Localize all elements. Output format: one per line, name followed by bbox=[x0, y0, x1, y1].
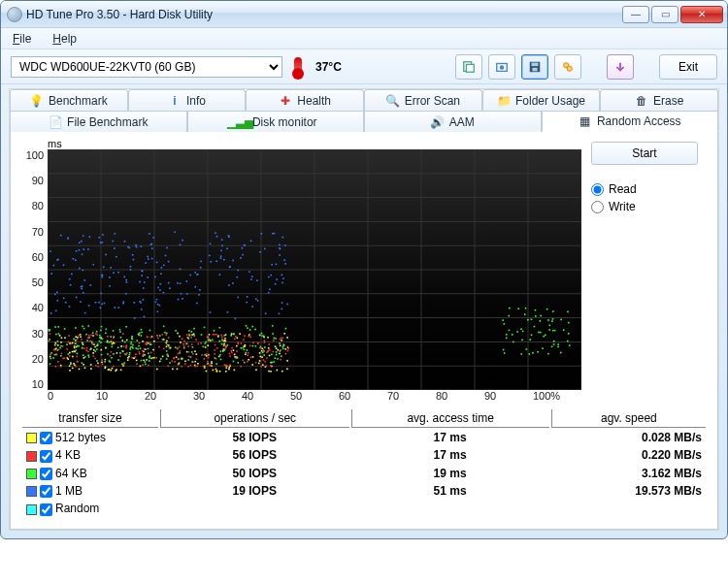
svg-rect-567 bbox=[130, 346, 132, 348]
table-row: 512 bytes 58 IOPS 17 ms 0.028 MB/s bbox=[22, 430, 706, 445]
svg-rect-922 bbox=[100, 242, 102, 243]
screenshot-button[interactable] bbox=[488, 54, 515, 80]
svg-rect-587 bbox=[188, 330, 190, 332]
svg-rect-633 bbox=[59, 347, 61, 349]
tab-randomaccess[interactable]: ▦Random Access bbox=[542, 111, 719, 132]
svg-rect-536 bbox=[201, 334, 203, 336]
svg-rect-741 bbox=[547, 319, 549, 321]
svg-rect-834 bbox=[242, 254, 244, 256]
svg-rect-382 bbox=[267, 350, 269, 352]
svg-rect-618 bbox=[163, 339, 165, 341]
svg-rect-689 bbox=[237, 362, 239, 364]
svg-rect-676 bbox=[263, 335, 265, 337]
tab-info[interactable]: iInfo bbox=[128, 89, 247, 111]
titlebar: HD Tune Pro 3.50 - Hard Disk Utility — ▭… bbox=[1, 1, 727, 28]
svg-rect-678 bbox=[57, 349, 59, 351]
svg-rect-155 bbox=[110, 370, 112, 372]
tab-diskmonitor[interactable]: ▁▃▅Disk monitor bbox=[187, 111, 365, 132]
svg-rect-277 bbox=[194, 366, 196, 368]
tab-folderusage[interactable]: 📁Folder Usage bbox=[482, 89, 601, 111]
svg-rect-49 bbox=[186, 351, 188, 353]
svg-rect-406 bbox=[196, 366, 198, 368]
svg-rect-320 bbox=[168, 337, 170, 339]
svg-rect-229 bbox=[286, 360, 288, 362]
row-checkbox[interactable] bbox=[40, 485, 52, 498]
svg-rect-361 bbox=[262, 349, 264, 351]
tab-aam[interactable]: 🔊AAM bbox=[364, 111, 542, 132]
svg-rect-37 bbox=[237, 337, 239, 339]
svg-rect-596 bbox=[261, 333, 263, 335]
svg-rect-130 bbox=[57, 344, 59, 346]
tab-benchmark[interactable]: 💡Benchmark bbox=[10, 89, 128, 111]
svg-rect-178 bbox=[194, 350, 196, 352]
svg-rect-145 bbox=[184, 360, 186, 362]
svg-rect-606 bbox=[109, 361, 111, 363]
write-radio[interactable]: Write bbox=[591, 200, 708, 213]
svg-rect-342 bbox=[248, 336, 249, 338]
start-button[interactable]: Start bbox=[591, 142, 698, 165]
svg-rect-632 bbox=[110, 336, 112, 338]
exit-button[interactable]: Exit bbox=[659, 54, 717, 80]
svg-rect-490 bbox=[102, 339, 104, 341]
svg-rect-608 bbox=[247, 349, 248, 351]
svg-rect-971 bbox=[102, 275, 104, 276]
svg-rect-669 bbox=[193, 335, 195, 337]
menu-help[interactable]: Help bbox=[49, 30, 81, 48]
svg-rect-762 bbox=[125, 293, 127, 295]
svg-rect-882 bbox=[276, 264, 278, 266]
svg-rect-519 bbox=[58, 333, 60, 335]
svg-rect-359 bbox=[187, 366, 189, 368]
svg-rect-704 bbox=[509, 330, 511, 332]
svg-rect-839 bbox=[69, 306, 71, 308]
row-checkbox[interactable] bbox=[40, 432, 52, 444]
svg-rect-663 bbox=[86, 340, 88, 341]
down-button[interactable] bbox=[607, 54, 634, 80]
row-checkbox[interactable] bbox=[40, 503, 52, 516]
svg-rect-954 bbox=[98, 302, 100, 304]
svg-rect-379 bbox=[56, 354, 58, 356]
svg-rect-484 bbox=[77, 353, 79, 355]
row-checkbox[interactable] bbox=[40, 450, 52, 463]
drive-select[interactable]: WDC WD600UE-22KVT0 (60 GB) bbox=[11, 56, 282, 78]
svg-rect-827 bbox=[99, 307, 101, 308]
svg-rect-838 bbox=[215, 260, 217, 262]
svg-rect-966 bbox=[251, 276, 253, 277]
color-swatch bbox=[26, 451, 37, 462]
copy-info-button[interactable] bbox=[455, 54, 482, 80]
svg-rect-352 bbox=[215, 334, 217, 336]
svg-rect-558 bbox=[260, 346, 262, 348]
svg-rect-502 bbox=[125, 326, 127, 328]
svg-rect-143 bbox=[270, 371, 272, 373]
maximize-button[interactable]: ▭ bbox=[651, 6, 678, 23]
svg-rect-366 bbox=[139, 342, 141, 344]
svg-rect-920 bbox=[130, 266, 132, 268]
svg-rect-110 bbox=[126, 340, 128, 341]
svg-rect-548 bbox=[97, 343, 99, 345]
svg-rect-616 bbox=[99, 335, 101, 337]
row-checkbox[interactable] bbox=[40, 468, 52, 480]
svg-rect-560 bbox=[91, 341, 93, 343]
tab-filebenchmark[interactable]: 📄File Benchmark bbox=[10, 111, 187, 132]
read-radio[interactable]: Read bbox=[591, 182, 708, 196]
svg-rect-95 bbox=[74, 347, 76, 349]
svg-rect-671 bbox=[166, 358, 168, 360]
svg-rect-180 bbox=[166, 346, 168, 348]
svg-rect-73 bbox=[219, 371, 221, 373]
svg-rect-619 bbox=[175, 330, 177, 332]
tab-erase[interactable]: 🗑Erase bbox=[600, 89, 718, 111]
svg-rect-78 bbox=[60, 341, 62, 343]
save-button[interactable] bbox=[521, 54, 548, 80]
svg-rect-661 bbox=[125, 354, 127, 356]
tab-health[interactable]: ✚Health bbox=[246, 89, 364, 111]
minimize-button[interactable]: — bbox=[622, 6, 649, 23]
settings-button[interactable] bbox=[554, 54, 581, 80]
row-access: 19 ms bbox=[351, 466, 549, 481]
svg-rect-199 bbox=[279, 353, 281, 355]
svg-rect-843 bbox=[286, 304, 288, 306]
svg-rect-777 bbox=[135, 244, 137, 246]
close-button[interactable]: ✕ bbox=[680, 6, 723, 23]
menu-file[interactable]: File bbox=[9, 30, 35, 48]
tab-errorscan[interactable]: 🔍Error Scan bbox=[364, 89, 482, 111]
svg-rect-501 bbox=[84, 356, 86, 358]
svg-rect-179 bbox=[244, 345, 246, 347]
